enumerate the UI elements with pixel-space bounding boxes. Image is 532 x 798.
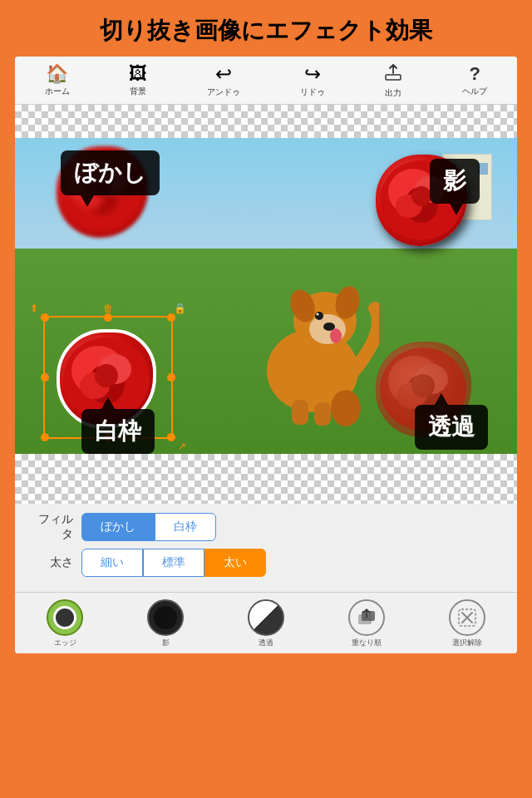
transparent-icon [248, 599, 284, 636]
callout-bokashi: ぼかし [61, 150, 160, 195]
thickness-label: 太さ [32, 555, 73, 570]
thickness-thick-button[interactable]: 太い [204, 549, 266, 577]
controls-area: フィルタ ぼかし 白枠 太さ 細い 標準 太い [15, 504, 517, 592]
checker-top [15, 105, 517, 138]
toolbar-home-label: ホーム [45, 86, 70, 97]
toolbar: 🏠 ホーム 🖼 背景 ↩ アンドゥ ↪ リドゥ 出力 ? ヘルプ [15, 57, 517, 105]
redo-icon: ↪ [304, 64, 321, 84]
filter-label: フィルタ [32, 512, 73, 542]
toolbar-home[interactable]: 🏠 ホーム [45, 65, 70, 97]
toolbar-export-label: 出力 [385, 87, 401, 99]
page-title: 切り抜き画像にエフェクト効果 [0, 0, 532, 57]
svg-point-6 [315, 312, 323, 320]
thickness-row: 太さ 細い 標準 太い [32, 549, 500, 577]
callout-kage: 影 [430, 159, 480, 204]
svg-point-9 [330, 328, 342, 343]
shadow-inner [154, 606, 177, 629]
canvas-area: 🗑 🔒 ⬆ ↗ ぼかし 影 白枠 透過 [15, 105, 517, 504]
filter-bokashi-button[interactable]: ぼかし [81, 513, 155, 541]
edge-inner [53, 606, 76, 629]
home-icon: 🏠 [46, 65, 68, 83]
canvas-bottom-checker [15, 454, 517, 504]
tool-shadow[interactable]: 影 [140, 598, 190, 650]
toolbar-background-label: 背景 [130, 86, 146, 97]
bottom-toolbar: エッジ 影 透過 重なり順 [15, 592, 517, 653]
svg-point-30 [95, 364, 118, 387]
app-container: 🏠 ホーム 🖼 背景 ↩ アンドゥ ↪ リドゥ 出力 ? ヘルプ [15, 57, 517, 653]
toolbar-undo[interactable]: ↩ アンドゥ [207, 64, 240, 98]
remove-icon [449, 599, 485, 636]
shadow-icon [147, 599, 184, 636]
svg-rect-10 [292, 400, 308, 425]
tool-overlap[interactable]: 重なり順 [342, 598, 392, 650]
toolbar-background[interactable]: 🖼 背景 [129, 65, 147, 97]
shadow-label: 影 [162, 638, 170, 648]
svg-point-36 [411, 374, 435, 397]
overlap-label: 重なり順 [352, 638, 382, 648]
tool-remove[interactable]: 選択解除 [442, 598, 492, 650]
svg-rect-0 [386, 75, 401, 80]
svg-point-12 [331, 390, 361, 426]
thickness-normal-button[interactable]: 標準 [143, 549, 204, 577]
toolbar-undo-label: アンドゥ [207, 86, 240, 98]
toolbar-redo-label: リドゥ [300, 86, 325, 98]
thickness-thin-button[interactable]: 細い [81, 549, 143, 577]
thickness-btn-group: 細い 標準 太い [81, 549, 266, 577]
overlap-icon [348, 599, 385, 636]
callout-touka: 透過 [415, 405, 488, 450]
remove-label: 選択解除 [452, 638, 482, 648]
tool-transparent[interactable]: 透過 [241, 598, 291, 650]
dog-illustration [246, 246, 379, 429]
filter-btn-group: ぼかし 白枠 [81, 513, 216, 541]
undo-icon: ↩ [215, 64, 232, 84]
toolbar-help[interactable]: ? ヘルプ [462, 65, 487, 97]
edge-label: エッジ [54, 638, 76, 648]
background-icon: 🖼 [129, 65, 147, 83]
svg-rect-11 [314, 402, 331, 426]
toolbar-redo[interactable]: ↪ リドゥ [300, 64, 325, 98]
filter-row: フィルタ ぼかし 白枠 [32, 512, 500, 542]
callout-hakuwaku: 白枠 [81, 409, 155, 454]
edge-icon [47, 599, 83, 636]
svg-point-24 [411, 186, 431, 206]
tool-edge[interactable]: エッジ [40, 598, 90, 650]
toolbar-help-label: ヘルプ [462, 86, 487, 97]
export-icon [384, 63, 402, 85]
toolbar-export[interactable]: 出力 [384, 63, 402, 99]
help-icon: ? [469, 65, 480, 83]
svg-point-7 [317, 313, 319, 316]
filter-hakuwaku-button[interactable]: 白枠 [155, 513, 216, 541]
transparent-label: 透過 [259, 638, 273, 648]
